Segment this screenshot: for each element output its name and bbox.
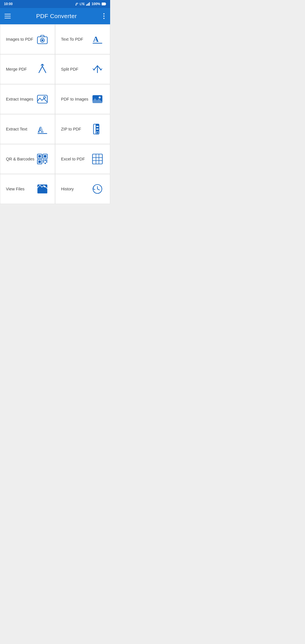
svg-rect-3: [88, 3, 89, 6]
excel-to-pdf-label: Excel to PDF: [61, 156, 91, 162]
svg-line-12: [39, 66, 42, 73]
merge-pdf-label: Merge PDF: [6, 67, 36, 72]
grid-item-excel-to-pdf[interactable]: Excel to PDF: [55, 144, 110, 174]
lte-icon: LTE: [80, 3, 85, 6]
split-pdf-label: Split PDF: [61, 67, 91, 72]
signal-icon: [86, 2, 90, 6]
svg-rect-28: [96, 130, 99, 131]
grid-item-extract-images[interactable]: Extract Images: [0, 84, 55, 114]
features-grid: Images to PDF Text To PDF A Merge PDF: [0, 24, 110, 204]
svg-text:A: A: [93, 35, 99, 43]
menu-button[interactable]: [5, 14, 11, 18]
status-icons: LTE 100%: [74, 2, 106, 6]
svg-rect-4: [89, 2, 90, 6]
view-files-label: View Files: [6, 186, 36, 192]
image-outline-icon: [36, 92, 49, 106]
history-label: History: [61, 186, 91, 192]
svg-rect-31: [38, 155, 41, 158]
grid-item-qr-barcodes[interactable]: QR & Barcodes: [0, 144, 55, 174]
svg-rect-41: [45, 163, 46, 164]
svg-point-48: [44, 186, 45, 187]
svg-rect-26: [96, 124, 99, 126]
svg-rect-38: [43, 161, 44, 162]
text-icon: A: [91, 32, 104, 46]
grid-item-split-pdf[interactable]: Split PDF: [55, 54, 110, 84]
grid-item-pdf-to-images[interactable]: PDF to Images: [55, 84, 110, 114]
svg-rect-6: [106, 3, 106, 5]
battery-icon: [102, 2, 106, 6]
svg-point-21: [99, 96, 101, 98]
history-icon: [91, 182, 104, 196]
svg-line-13: [42, 66, 46, 73]
svg-rect-40: [46, 160, 47, 161]
svg-rect-42: [93, 154, 103, 164]
excel-icon: [91, 152, 104, 166]
text-extract-icon: A: [36, 122, 49, 136]
grid-item-extract-text[interactable]: Extract Text A: [0, 114, 55, 144]
grid-item-zip-to-pdf[interactable]: ZIP to PDF: [55, 114, 110, 144]
grid-item-text-to-pdf[interactable]: Text To PDF A: [55, 24, 110, 54]
qr-icon: [36, 152, 49, 166]
more-options-button[interactable]: [102, 12, 106, 21]
text-to-pdf-label: Text To PDF: [61, 37, 91, 42]
svg-rect-35: [38, 160, 41, 163]
grid-item-view-files[interactable]: View Files: [0, 174, 55, 204]
svg-rect-33: [44, 155, 46, 158]
app-bar: PDF Converter: [0, 8, 110, 24]
svg-point-0: [76, 5, 77, 6]
svg-line-51: [97, 189, 99, 190]
extract-images-label: Extract Images: [6, 97, 36, 102]
svg-rect-37: [45, 160, 46, 161]
image-filled-icon: [91, 92, 104, 106]
empty-area: [0, 204, 110, 289]
svg-rect-5: [102, 3, 106, 5]
svg-rect-29: [97, 132, 98, 134]
svg-rect-36: [43, 160, 44, 161]
images-to-pdf-label: Images to PDF: [6, 37, 36, 42]
grid-item-images-to-pdf[interactable]: Images to PDF: [0, 24, 55, 54]
merge-icon: [36, 62, 49, 76]
more-icon[interactable]: [102, 12, 106, 21]
svg-rect-2: [87, 4, 88, 6]
svg-text:A: A: [38, 126, 43, 134]
extract-text-label: Extract Text: [6, 127, 36, 132]
zip-icon: [91, 122, 104, 136]
svg-rect-27: [96, 127, 99, 129]
camera-icon: [36, 32, 49, 46]
status-bar: 10:00 LTE 100%: [0, 0, 110, 8]
svg-point-9: [42, 39, 43, 41]
split-icon: [91, 62, 104, 76]
view-files-icon: [36, 182, 49, 196]
zip-to-pdf-label: ZIP to PDF: [61, 127, 91, 132]
hamburger-icon[interactable]: [5, 14, 11, 18]
grid-item-history[interactable]: History: [55, 174, 110, 204]
status-time: 10:00: [4, 2, 13, 6]
pdf-to-images-label: PDF to Images: [61, 97, 91, 102]
app-title: PDF Converter: [36, 13, 77, 19]
svg-rect-39: [46, 161, 47, 162]
battery-percentage: 100%: [91, 2, 100, 6]
qr-barcodes-label: QR & Barcodes: [6, 156, 36, 162]
svg-rect-1: [86, 5, 87, 6]
wifi-icon: [74, 2, 78, 6]
svg-point-19: [43, 96, 45, 98]
grid-item-merge-pdf[interactable]: Merge PDF: [0, 54, 55, 84]
